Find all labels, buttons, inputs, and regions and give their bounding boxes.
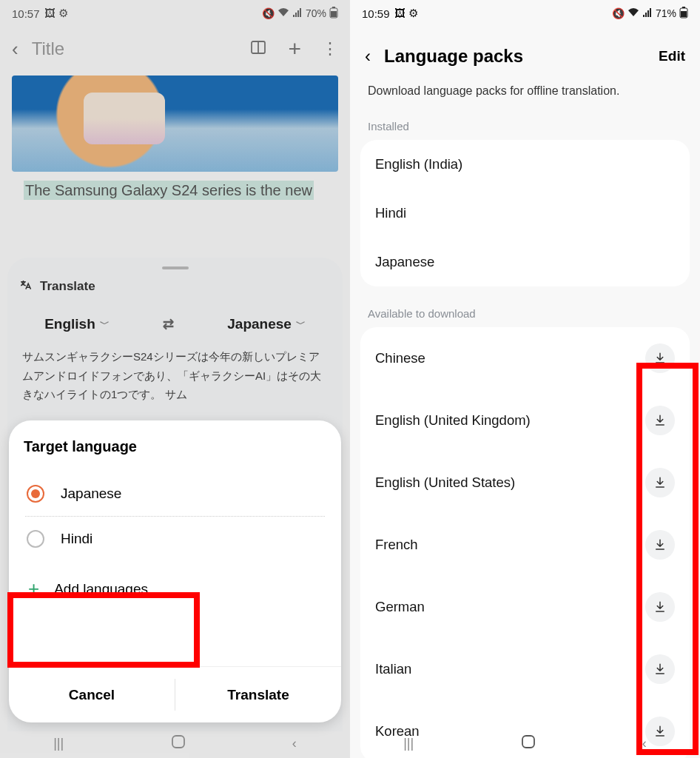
- recents-icon[interactable]: |||: [403, 736, 414, 751]
- wifi-icon: [277, 7, 289, 20]
- status-time: 10:57: [12, 7, 40, 20]
- chevron-down-icon: ﹀: [100, 318, 110, 331]
- back-icon[interactable]: ‹: [12, 38, 18, 61]
- radio-unchecked-icon: [27, 530, 44, 548]
- radio-checked-icon: [27, 485, 44, 503]
- target-card-title: Target language: [24, 438, 326, 455]
- battery-text: 71%: [656, 7, 676, 19]
- lang-name: Japanese: [375, 254, 434, 270]
- lang-name: English (United Kingdom): [375, 412, 531, 429]
- status-icons-left: 🖼 ⚙: [394, 7, 418, 20]
- signal-icon: [642, 7, 653, 19]
- svg-rect-2: [332, 7, 335, 8]
- add-icon[interactable]: +: [288, 36, 301, 61]
- selected-text[interactable]: The Samsung Galaxy S24 series is the new: [24, 181, 314, 200]
- annotation-highlight: [7, 592, 200, 668]
- annotation-highlight: [636, 363, 699, 755]
- lang-name: English (India): [375, 156, 462, 172]
- lang-name: Chinese: [375, 350, 425, 366]
- svg-rect-1: [331, 11, 337, 17]
- edit-button[interactable]: Edit: [659, 48, 685, 64]
- translate-label: Translate: [40, 279, 95, 294]
- more-icon[interactable]: ⋮: [322, 39, 338, 58]
- lang-name: Italian: [375, 661, 411, 677]
- chevron-down-icon: ﹀: [296, 318, 306, 331]
- battery-icon: [329, 7, 338, 21]
- nav-bar: ||| ‹: [0, 728, 350, 758]
- section-installed-label: Installed: [350, 114, 700, 140]
- svg-rect-7: [681, 11, 687, 17]
- lang-option-label: Hindi: [61, 531, 92, 547]
- installed-list: English (India) Hindi Japanese: [360, 140, 690, 286]
- lang-option-label: Japanese: [61, 486, 121, 502]
- svg-rect-9: [522, 736, 534, 748]
- reader-icon[interactable]: [249, 38, 267, 59]
- target-language: Japanese: [227, 316, 292, 332]
- swap-icon[interactable]: ⇄: [163, 316, 174, 332]
- signal-icon: [292, 7, 303, 19]
- target-language-select[interactable]: Japanese ﹀: [227, 316, 306, 332]
- status-bar: 10:59 🖼 ⚙ 🔇 71%: [350, 0, 700, 27]
- translation-output: サムスンギャラクシーS24シリーズは今年の新しいプレミアムアンドロイドフォンであ…: [18, 347, 332, 404]
- translate-button[interactable]: Translate: [175, 667, 341, 722]
- mute-icon: 🔇: [612, 7, 625, 19]
- page-header: ‹ Language packs Edit: [350, 27, 700, 74]
- svg-rect-8: [682, 7, 685, 8]
- page-subtitle: Download language packs for offline tran…: [350, 74, 700, 114]
- source-language-select[interactable]: English ﹀: [44, 316, 110, 332]
- source-language: English: [44, 316, 95, 332]
- page-title: Title: [32, 38, 237, 59]
- status-time: 10:59: [362, 7, 390, 20]
- cancel-button[interactable]: Cancel: [9, 667, 175, 722]
- lang-option-hindi[interactable]: Hindi: [24, 517, 326, 561]
- back-nav-icon[interactable]: ‹: [292, 736, 297, 751]
- installed-item[interactable]: Hindi: [360, 189, 690, 238]
- recents-icon[interactable]: |||: [53, 736, 64, 751]
- lang-name: French: [375, 537, 418, 553]
- lang-name: Hindi: [375, 205, 406, 221]
- battery-text: 70%: [306, 7, 326, 19]
- installed-item[interactable]: Japanese: [360, 238, 690, 286]
- app-header: ‹ Title + ⋮: [0, 27, 350, 71]
- back-icon[interactable]: ‹: [359, 46, 377, 67]
- lang-option-japanese[interactable]: Japanese: [24, 472, 326, 516]
- sheet-grabber[interactable]: [162, 266, 189, 269]
- page-title: Language packs: [384, 46, 651, 67]
- lang-name: German: [375, 599, 425, 615]
- installed-item[interactable]: English (India): [360, 140, 690, 189]
- home-icon[interactable]: [521, 734, 536, 753]
- battery-icon: [679, 7, 688, 21]
- wifi-icon: [627, 7, 639, 20]
- target-language-card: Target language Japanese Hindi + Add lan…: [9, 420, 341, 722]
- hero-image: [12, 76, 338, 172]
- status-icons-left: 🖼 ⚙: [44, 7, 68, 20]
- mute-icon: 🔇: [262, 7, 275, 19]
- status-bar: 10:57 🖼 ⚙ 🔇 70%: [0, 0, 350, 27]
- lang-name: English (United States): [375, 474, 515, 491]
- home-icon[interactable]: [171, 734, 186, 753]
- section-available-label: Available to download: [350, 301, 700, 327]
- translate-icon: [18, 277, 33, 295]
- svg-rect-5: [172, 736, 184, 748]
